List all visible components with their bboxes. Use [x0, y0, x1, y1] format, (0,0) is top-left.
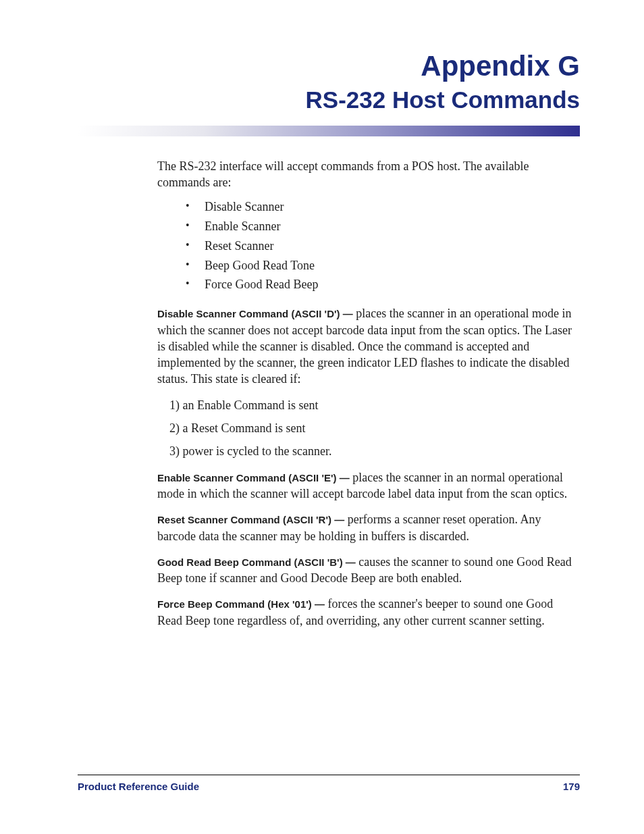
page-number: 179 [563, 781, 580, 792]
list-item: Disable Scanner [186, 197, 580, 217]
disable-scanner-lead: Disable Scanner Command (ASCII 'D') — [157, 308, 353, 319]
footer-divider [78, 775, 580, 775]
good-read-beep-lead: Good Read Beep Command (ASCII 'B') — [157, 556, 356, 568]
intro-paragraph: The RS-232 interface will accept command… [157, 158, 580, 191]
list-item: 1) an Enable Command is sent [169, 397, 580, 413]
appendix-label: Appendix G [78, 51, 580, 82]
heading-divider-bar [78, 126, 580, 136]
list-item: 3) power is cycled to the scanner. [169, 443, 580, 459]
list-item: Enable Scanner [186, 217, 580, 236]
command-bullet-list: Disable Scanner Enable Scanner Reset Sca… [186, 197, 580, 294]
list-item: Beep Good Read Tone [186, 256, 580, 276]
list-item: Force Good Read Beep [186, 275, 580, 294]
footer-row: Product Reference Guide 179 [78, 781, 580, 792]
reset-scanner-paragraph: Reset Scanner Command (ASCII 'R') — perf… [157, 511, 580, 544]
title-block: Appendix G RS-232 Host Commands [78, 51, 580, 113]
good-read-beep-paragraph: Good Read Beep Command (ASCII 'B') — cau… [157, 554, 580, 587]
clear-conditions-list: 1) an Enable Command is sent 2) a Reset … [169, 397, 580, 460]
reset-scanner-lead: Reset Scanner Command (ASCII 'R') — [157, 514, 344, 525]
list-item: Reset Scanner [186, 236, 580, 256]
enable-scanner-paragraph: Enable Scanner Command (ASCII 'E') — pla… [157, 469, 580, 502]
list-item: 2) a Reset Command is sent [169, 420, 580, 436]
document-page: Appendix G RS-232 Host Commands The RS-2… [0, 0, 644, 629]
page-footer: Product Reference Guide 179 [78, 775, 580, 792]
body-content: The RS-232 interface will accept command… [157, 158, 580, 629]
enable-scanner-lead: Enable Scanner Command (ASCII 'E') — [157, 472, 350, 484]
footer-guide-title: Product Reference Guide [78, 781, 199, 792]
appendix-title: RS-232 Host Commands [78, 87, 580, 113]
force-beep-lead: Force Beep Command (Hex '01') — [157, 598, 325, 610]
disable-scanner-paragraph: Disable Scanner Command (ASCII 'D') — pl… [157, 305, 580, 387]
force-beep-paragraph: Force Beep Command (Hex '01') — forces t… [157, 596, 580, 629]
